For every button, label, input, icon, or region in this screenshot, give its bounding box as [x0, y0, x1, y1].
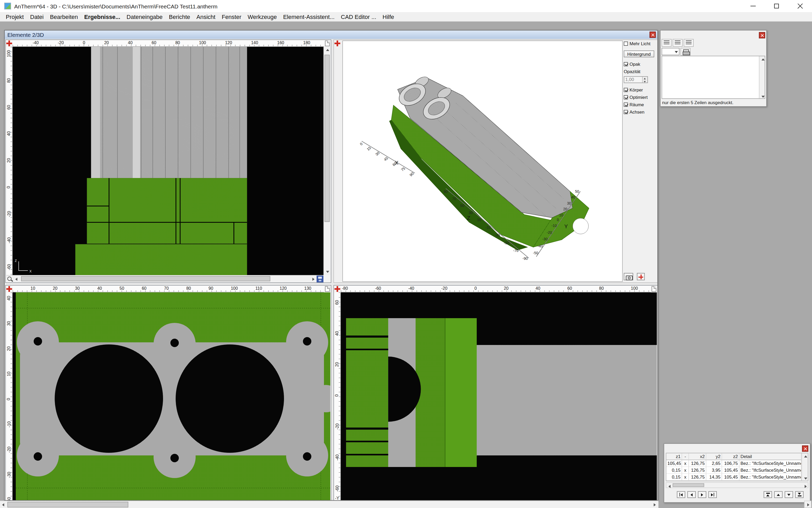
maximize-button[interactable] — [765, 0, 788, 12]
first-record-button[interactable] — [677, 491, 685, 498]
axis-z-label: Z — [467, 215, 470, 221]
zoom-icon[interactable] — [6, 276, 13, 283]
scroll-left-icon[interactable] — [13, 276, 20, 283]
menu-werkzeuge[interactable]: Werkzeuge — [245, 13, 280, 20]
elemente-close-icon[interactable] — [649, 32, 656, 38]
scroll-thumb[interactable] — [325, 55, 330, 222]
close-icon[interactable] — [802, 446, 808, 452]
expand-viewport-icon[interactable] — [6, 41, 12, 46]
checkbox-icon[interactable] — [624, 88, 628, 92]
previous-record-button[interactable] — [687, 491, 696, 498]
menu-fenster[interactable]: Fenster — [218, 13, 245, 20]
scroll-left-icon[interactable] — [666, 483, 672, 488]
fit-view-button[interactable] — [637, 273, 645, 280]
scroll-up-icon[interactable] — [759, 56, 765, 61]
scroll-thumb[interactable] — [673, 483, 704, 487]
table-header-row[interactable]: z1-x2y2z2Detail — [666, 453, 802, 460]
hintergrund-button[interactable]: Hintergrund — [624, 50, 654, 57]
scroll-left-icon[interactable] — [0, 501, 7, 508]
spin-up-icon[interactable] — [643, 77, 647, 80]
checkbox-icon[interactable] — [624, 110, 628, 114]
preview-scrollbar[interactable] — [759, 56, 765, 98]
expand-viewport-icon[interactable] — [6, 286, 12, 292]
next-record-button[interactable] — [698, 491, 706, 498]
menu-element-assistent[interactable]: Element-Assistent... — [280, 13, 338, 20]
scroll-track[interactable] — [7, 501, 651, 508]
copy-view-icon[interactable] — [652, 286, 656, 292]
table-row[interactable]: 0,15x126,753,95105,45Bez.: "IfcSurfaceSt… — [666, 467, 802, 474]
menu-hilfe[interactable]: Hilfe — [379, 13, 397, 20]
align-left-button[interactable] — [661, 39, 672, 47]
checkbox-icon[interactable] — [624, 95, 628, 99]
scroll-track[interactable] — [672, 483, 802, 488]
viewport-vertical-scrollbar[interactable] — [324, 47, 330, 275]
snapshot-camera-button[interactable] — [624, 273, 633, 280]
align-center-button[interactable] — [673, 39, 683, 47]
minimize-button[interactable] — [741, 0, 765, 12]
scroll-corner-button[interactable] — [804, 501, 811, 508]
align-justify-button[interactable] — [684, 39, 694, 47]
checkbox-label: Räume — [630, 102, 644, 107]
toggle-koerper[interactable]: Körper — [624, 87, 656, 92]
copy-view-icon[interactable] — [325, 41, 330, 46]
scroll-track[interactable] — [20, 276, 310, 282]
table-row[interactable]: 0,15x126,7514,35105,45Bez.: "IfcSurfaceS… — [666, 474, 802, 481]
checkbox-icon[interactable] — [624, 102, 628, 107]
toggle-mehr-licht[interactable]: Mehr Licht — [624, 41, 656, 46]
viewer3d-canvas[interactable]: 0153045607590 X 9070503010-10-30-50-70-9… — [342, 41, 623, 282]
opazitaet-spinner[interactable]: 1,00 — [624, 76, 648, 83]
scroll-up-icon[interactable] — [324, 47, 331, 54]
menu-datei[interactable]: Datei — [27, 13, 47, 20]
checkbox-icon[interactable] — [624, 62, 628, 66]
format-combobox[interactable] — [661, 48, 680, 55]
scroll-up-icon[interactable] — [802, 453, 808, 459]
section-canvas-xz[interactable]: z x — [13, 47, 324, 275]
section-canvas-yz[interactable] — [341, 292, 657, 501]
last-record-button[interactable] — [709, 491, 717, 498]
save-icon[interactable] — [316, 276, 324, 283]
title-bar[interactable]: AnTherm*64 - 3D - C:\Users\mister\Docume… — [0, 0, 812, 12]
table-horizontal-scrollbar[interactable] — [666, 482, 808, 488]
menu-cad-editor[interactable]: CAD Editor ... — [338, 13, 379, 20]
move-bottom-button[interactable] — [795, 491, 804, 498]
panel-titlebar[interactable] — [660, 31, 766, 38]
expand-viewport-icon[interactable] — [335, 286, 340, 292]
table-row[interactable]: 105,45x126,752,65106,75Bez.: "IfcSurface… — [666, 460, 802, 467]
copy-view-icon[interactable] — [325, 286, 330, 292]
menu-berichte[interactable]: Berichte — [166, 13, 193, 20]
scroll-right-icon[interactable] — [802, 483, 808, 488]
checkbox-label: Körper — [630, 87, 643, 92]
close-button[interactable] — [788, 0, 812, 12]
menu-ergebnisse[interactable]: Ergebnisse... — [81, 13, 123, 20]
move-down-button[interactable] — [785, 491, 793, 498]
menu-ansicht[interactable]: Ansicht — [193, 13, 218, 20]
preview-area[interactable] — [661, 56, 765, 99]
scroll-down-icon[interactable] — [324, 268, 331, 275]
menu-dateneingabe[interactable]: Dateneingabe — [123, 13, 166, 20]
scroll-down-icon[interactable] — [759, 93, 765, 98]
checkbox-icon[interactable] — [624, 42, 628, 46]
scroll-track[interactable] — [324, 54, 330, 268]
scroll-right-icon[interactable] — [310, 276, 316, 283]
scroll-thumb[interactable] — [21, 276, 270, 281]
toggle-optimiert[interactable]: Optimiert — [624, 95, 656, 100]
scroll-right-icon[interactable] — [651, 501, 658, 508]
section-canvas-xy[interactable] — [13, 292, 330, 501]
workspace-horizontal-scrollbar[interactable] — [0, 501, 658, 508]
toggle-opak[interactable]: Opak — [624, 61, 656, 67]
move-up-button[interactable] — [774, 491, 782, 498]
menu-bearbeiten[interactable]: Bearbeiten — [47, 13, 81, 20]
spin-down-icon[interactable] — [643, 80, 647, 83]
table-vertical-scrollbar[interactable] — [802, 453, 808, 481]
close-icon[interactable] — [759, 32, 765, 38]
print-button[interactable] — [681, 48, 690, 56]
viewport-horizontal-scrollbar[interactable] — [13, 276, 316, 282]
scroll-down-icon[interactable] — [802, 475, 808, 481]
move-top-button[interactable] — [764, 491, 772, 498]
expand-viewport-icon[interactable] — [335, 41, 340, 46]
menu-projekt[interactable]: Projekt — [3, 13, 27, 20]
scroll-thumb[interactable] — [7, 502, 128, 507]
elemente-titlebar[interactable]: Elemente 2/3D — [5, 31, 657, 39]
toggle-raeume[interactable]: Räume — [624, 102, 656, 107]
toggle-achsen[interactable]: Achsen — [624, 110, 656, 115]
